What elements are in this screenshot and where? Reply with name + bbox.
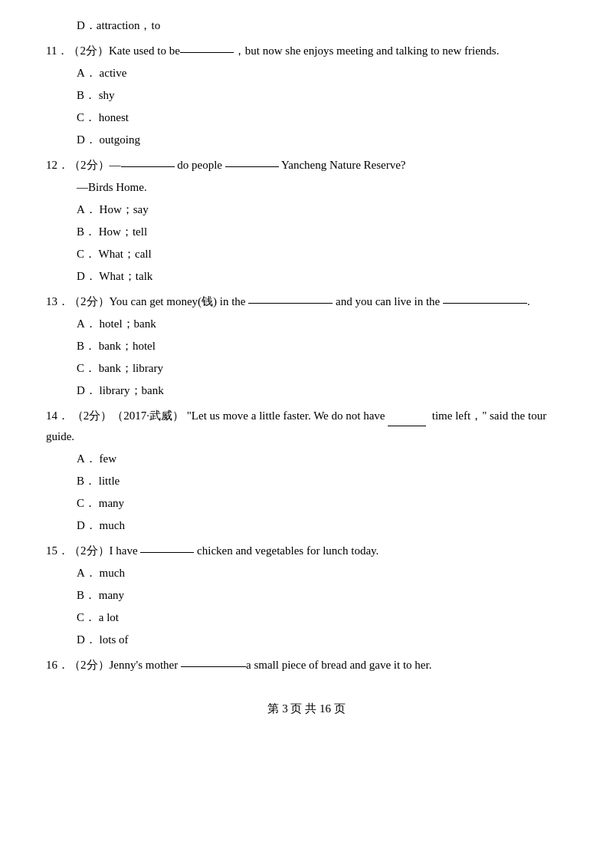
q15-d-label: D．: [77, 633, 97, 646]
q13-middle: and you can live in the: [333, 291, 443, 312]
q15-d-text: lots of: [100, 633, 129, 646]
q12-b-text: How；tell: [99, 225, 147, 238]
q13-line: 13． （2分） You can get money(钱) in the and…: [46, 291, 567, 312]
q13-a-text: hotel；bank: [100, 317, 156, 330]
q11-option-b: B． shy: [46, 85, 567, 106]
q13-c-text: bank；library: [99, 362, 163, 374]
q11-a-label: A．: [77, 67, 97, 79]
q12-a-text: How；say: [100, 203, 149, 215]
d-attraction-text: D．attraction，to: [77, 19, 160, 31]
q13-points: （2分）: [69, 291, 110, 312]
q13-b-text: bank；hotel: [99, 340, 156, 352]
q15-c-label: C．: [77, 611, 96, 623]
q12-blank2: [225, 155, 279, 167]
q13-blank2: [443, 291, 527, 304]
q13-d-label: D．: [77, 384, 97, 396]
q13-b-label: B．: [77, 340, 96, 352]
q14-blank: [388, 414, 426, 426]
q13-blank1: [248, 291, 333, 304]
q14-option-a: A． few: [46, 449, 567, 469]
q14-number: 14．: [46, 409, 69, 422]
question-15: 15． （2分） I have chicken and vegetables f…: [46, 541, 567, 650]
q11-option-c: C． honest: [46, 107, 567, 128]
q11-text-before: Kate used to be: [109, 41, 180, 61]
q13-option-a: A． hotel；bank: [46, 314, 567, 334]
q14-c-label: C．: [77, 497, 96, 509]
q14-b-text: little: [99, 475, 120, 487]
q15-option-d: D． lots of: [46, 630, 567, 650]
q13-c-label: C．: [77, 362, 96, 374]
q12-c-label: C．: [77, 248, 96, 260]
page-footer: 第 3 页 共 16 页: [46, 699, 567, 719]
q12-middle: do people: [175, 155, 225, 176]
q14-d-label: D．: [77, 519, 97, 531]
q12-b-label: B．: [77, 225, 96, 238]
q15-a-text: much: [100, 567, 125, 579]
q12-dash: —: [110, 155, 121, 176]
q12-a-label: A．: [77, 203, 97, 215]
q13-after: .: [527, 291, 530, 312]
q11-b-label: B．: [77, 89, 96, 101]
q15-b-label: B．: [77, 589, 96, 601]
q15-points: （2分）: [69, 541, 110, 561]
footer-text: 第 3 页 共 16 页: [267, 702, 345, 715]
q16-line: 16． （2分） Jenny's mother a small piece of…: [46, 655, 567, 676]
q15-line: 15． （2分） I have chicken and vegetables f…: [46, 541, 567, 561]
q13-option-b: B． bank；hotel: [46, 336, 567, 357]
q14-a-text: few: [100, 452, 117, 465]
q16-blank: [181, 655, 246, 667]
q11-d-text: outgoing: [100, 133, 140, 146]
q12-after: Yancheng Nature Reserve?: [279, 155, 406, 176]
q13-option-d: D． library；bank: [46, 380, 567, 401]
q14-option-b: B． little: [46, 471, 567, 492]
q16-number: 16．: [46, 655, 69, 676]
question-14: 14． （2分）（2017·武威） "Let us move a little …: [46, 406, 567, 536]
q11-blank: [180, 41, 234, 53]
q11-c-label: C．: [77, 111, 96, 123]
q13-option-c: C． bank；library: [46, 358, 567, 379]
q14-b-label: B．: [77, 475, 96, 487]
q15-a-label: A．: [77, 567, 97, 579]
q11-text-after: ，but now she enjoys meeting and talking …: [234, 41, 500, 61]
q15-option-a: A． much: [46, 563, 567, 584]
question-16: 16． （2分） Jenny's mother a small piece of…: [46, 655, 567, 676]
question-13: 13． （2分） You can get money(钱) in the and…: [46, 291, 567, 401]
q15-c-text: a lot: [99, 611, 119, 623]
q11-number: 11．: [46, 41, 68, 61]
question-11: 11． （2分） Kate used to be ，but now she en…: [46, 41, 567, 150]
q14-a-label: A．: [77, 452, 97, 465]
q12-d-label: D．: [77, 270, 97, 282]
q12-d-text: What；talk: [99, 270, 152, 282]
q13-number: 13．: [46, 291, 69, 312]
q14-c-text: many: [99, 497, 124, 509]
q15-option-b: B． many: [46, 585, 567, 606]
q11-b-text: shy: [99, 89, 115, 101]
q12-subline: —Birds Home.: [46, 177, 567, 198]
q14-d-text: much: [100, 519, 125, 531]
q12-number: 12．: [46, 155, 69, 176]
q12-line: 12． （2分） — do people Yancheng Nature Res…: [46, 155, 567, 176]
q14-points: （2分）（2017·武威）: [72, 409, 184, 422]
q14-option-d: D． much: [46, 515, 567, 536]
q15-b-text: many: [99, 589, 124, 601]
q15-before: I have: [110, 541, 141, 561]
q13-before: You can get money(钱) in the: [110, 291, 249, 312]
q15-blank: [140, 541, 194, 553]
q14-before: "Let us move a little faster. We do not …: [187, 409, 388, 422]
q12-option-a: A． How；say: [46, 199, 567, 220]
q12-points: （2分）: [69, 155, 110, 176]
q12-sub-text: —Birds Home.: [77, 177, 147, 198]
q11-option-d: D． outgoing: [46, 130, 567, 150]
q12-option-c: C． What；call: [46, 244, 567, 265]
q15-after: chicken and vegetables for lunch today.: [194, 541, 379, 561]
q16-points: （2分）: [69, 655, 110, 676]
q11-c-text: honest: [99, 111, 129, 123]
q11-points: （2分）: [68, 41, 109, 61]
q12-c-text: What；call: [99, 248, 152, 260]
q16-after: a small piece of bread and gave it to he…: [246, 655, 431, 676]
q11-d-label: D．: [77, 133, 97, 146]
q15-number: 15．: [46, 541, 69, 561]
q16-before: Jenny's mother: [110, 655, 182, 676]
q14-option-c: C． many: [46, 493, 567, 514]
question-12: 12． （2分） — do people Yancheng Nature Res…: [46, 155, 567, 287]
